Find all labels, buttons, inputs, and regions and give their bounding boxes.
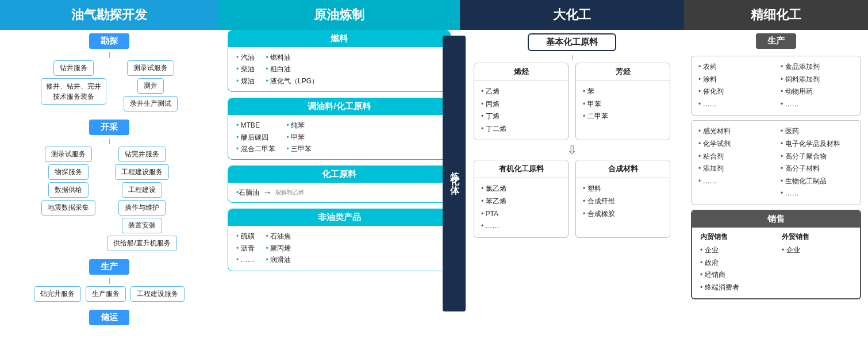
header-refining: 原油炼制	[218, 0, 460, 30]
connector-top	[572, 55, 573, 60]
card-chem-raw-title: 化工原料	[228, 166, 450, 183]
prod-top-list-1: 农药 涂料 催化剂 ……	[698, 61, 771, 110]
section-fine-chem: 精细化工 生产 农药 涂料 催化剂 …… 食品添加剂 饲料添加	[684, 0, 868, 354]
header-title-2: 原油炼制	[314, 6, 364, 24]
card-non-oil-title: 非油类产品	[228, 209, 450, 226]
card-fuel: 燃料 汽油 柴油 煤油 燃料油 粗白油 液化气（LPG）	[228, 30, 451, 92]
explore-block: 勘探 钻井服务 修井、钻井、完井技术服务装备 测录试服务 测井 录井生产测试	[7, 30, 212, 111]
card-chem-raw-body: • 石脑油 → 裂解制乙烯	[228, 183, 450, 202]
synthetic-list: 塑料 合成纤维 合成橡胶	[583, 183, 663, 220]
card-chem-raw: 化工原料 • 石脑油 → 裂解制乙烯	[228, 166, 451, 203]
sales-card: 销售 内贸销售 企业 政府 经销商 终端消费者 外贸销售	[691, 210, 861, 299]
organic-title: 有机化工原料	[474, 160, 568, 178]
card-arene: 芳烃 苯 甲苯 二甲苯	[575, 63, 670, 140]
chem-raw-item: • 石脑油 → 裂解制乙烯	[236, 187, 304, 198]
connector3	[109, 278, 110, 284]
prod-item: ……	[781, 98, 854, 111]
organic-body: 氯乙烯 苯乙烯 PTA ……	[474, 178, 568, 237]
main-container: 油气勘探开发 勘探 钻井服务 修井、钻井、完井技术服务装备	[0, 0, 868, 354]
organic-item: PTA	[481, 208, 561, 221]
foreign-item: 企业	[782, 244, 852, 257]
store-block: 储运	[7, 306, 212, 329]
fuel-item: 柴油	[236, 63, 255, 75]
organic-item: ……	[481, 220, 561, 233]
arene-title: 芳烃	[576, 63, 670, 81]
card-alkene: 烯烃 乙烯 丙烯 丁烯 丁二烯	[474, 63, 569, 140]
dev-box-7: 地震数据采集	[41, 200, 95, 216]
synthetic-item: 合成纤维	[583, 195, 663, 208]
prod-item: 高分子聚合物	[781, 151, 854, 163]
non-oil-item: 聚丙烯	[266, 243, 291, 254]
prod-item: 农药	[698, 61, 771, 74]
header-title-1: 油气勘探开发	[71, 6, 147, 24]
explore-box-3: 测录试服务	[127, 60, 174, 76]
non-oil-item: 润滑油	[266, 254, 291, 266]
arene-list: 苯 甲苯 二甲苯	[583, 86, 663, 123]
prod-item: 医药	[781, 125, 854, 138]
alkene-item: 丙烯	[481, 98, 561, 111]
alkene-item: 乙烯	[481, 86, 561, 98]
arene-item: 二甲苯	[583, 110, 663, 123]
domestic-title: 内贸销售	[700, 232, 770, 242]
domestic-col: 内贸销售 企业 政府 经销商 终端消费者	[700, 232, 770, 294]
fuel-item: 粗白油	[266, 63, 319, 75]
alkene-title: 烯烃	[474, 63, 568, 81]
prod-box-2: 生产服务	[86, 286, 126, 302]
s3-top-cards: 烯烃 乙烯 丙烯 丁烯 丁二烯 芳烃 苯	[466, 63, 678, 140]
synthetic-title: 合成材料	[576, 160, 670, 178]
explore-box-1: 钻井服务	[53, 60, 94, 76]
explore-box-5: 录井生产测试	[124, 96, 178, 111]
card-fuel-body: 汽油 柴油 煤油 燃料油 粗白油 液化气（LPG）	[228, 47, 450, 91]
card-additive-title: 调油料/化工原料	[228, 98, 450, 115]
non-oil-item: 硫磺	[236, 230, 255, 242]
center-banner: 炼化一体	[443, 36, 466, 311]
fuel-item: 汽油	[236, 52, 255, 63]
dev-box-8: 工程建设服务	[115, 164, 169, 180]
non-oil-item: ……	[236, 254, 255, 266]
foreign-col: 外贸销售 企业	[782, 232, 852, 294]
s4-content: 生产 农药 涂料 催化剂 …… 食品添加剂 饲料添加剂 动物用药	[684, 30, 868, 299]
prod-item: 动物用药	[781, 86, 854, 98]
dev-box-10: 操作与维护	[118, 200, 166, 216]
card-additive: 调油料/化工原料 MTBE 醚后碳四 混合二甲苯 纯苯 甲苯 三甲苯	[228, 98, 451, 160]
prod-item: 饲料添加剂	[781, 74, 854, 86]
prod-item: 涂料	[698, 74, 771, 86]
produce-top-body: 农药 涂料 催化剂 …… 食品添加剂 饲料添加剂 动物用药 ……	[692, 56, 861, 115]
add-item: 醚后碳四	[236, 132, 275, 143]
domestic-item: 经销商	[700, 269, 770, 282]
prod-item: 食品添加剂	[781, 61, 854, 74]
prod-item: 粘合剂	[698, 151, 771, 163]
dev-box-1: 测录试服务	[45, 147, 92, 162]
card-synthetic: 合成材料 塑料 合成纤维 合成橡胶	[575, 160, 670, 237]
non-oil-item: 沥青	[236, 243, 255, 254]
prod-item: 电子化学品及材料	[781, 138, 854, 151]
card-organic: 有机化工原料 氯乙烯 苯乙烯 PTA ……	[474, 160, 569, 237]
header-fine-chem: 精细化工	[684, 0, 868, 30]
dev-box-2: 钻完井服务	[118, 147, 166, 162]
explore-box-4: 测井	[137, 78, 164, 94]
add-list-2: 纯苯 甲苯 三甲苯	[287, 120, 312, 155]
arene-item: 甲苯	[583, 98, 663, 111]
prod-bottom-list-2: 医药 电子化学品及材料 高分子聚合物 高分子材料 生物化工制品 ……	[781, 125, 854, 200]
non-oil-list-2: 石油焦 聚丙烯 润滑油	[266, 230, 291, 266]
explore-label: 勘探	[89, 33, 129, 49]
organic-list: 氯乙烯 苯乙烯 PTA ……	[481, 183, 561, 232]
header-title-3: 大化工	[553, 6, 591, 24]
foreign-list: 企业	[782, 244, 852, 257]
dev-box-9: 工程建设	[122, 182, 162, 198]
fuel-list-1: 汽油 柴油 煤油	[236, 52, 255, 87]
prod-item: 催化剂	[698, 86, 771, 98]
s1-content: 勘探 钻井服务 修井、钻井、完井技术服务装备 测录试服务 测井 录井生产测试	[0, 30, 218, 329]
add-item: 甲苯	[287, 132, 312, 143]
sales-body: 内贸销售 企业 政府 经销商 终端消费者 外贸销售 企业	[692, 228, 860, 298]
add-item: 混合二甲苯	[236, 143, 275, 155]
prod-item: ……	[698, 175, 771, 188]
prod-item: 高分子材料	[781, 163, 854, 175]
header-title-4: 精细化工	[751, 6, 801, 24]
center-banner-text: 炼化一体	[448, 164, 460, 183]
alkene-body: 乙烯 丙烯 丁烯 丁二烯	[474, 81, 568, 140]
alkene-list: 乙烯 丙烯 丁烯 丁二烯	[481, 86, 561, 135]
s3-bottom-cards: 有机化工原料 氯乙烯 苯乙烯 PTA …… 合成材料 塑料	[466, 160, 678, 237]
prod-item: ……	[698, 98, 771, 111]
prod-box-1: 钻完井服务	[34, 286, 81, 302]
